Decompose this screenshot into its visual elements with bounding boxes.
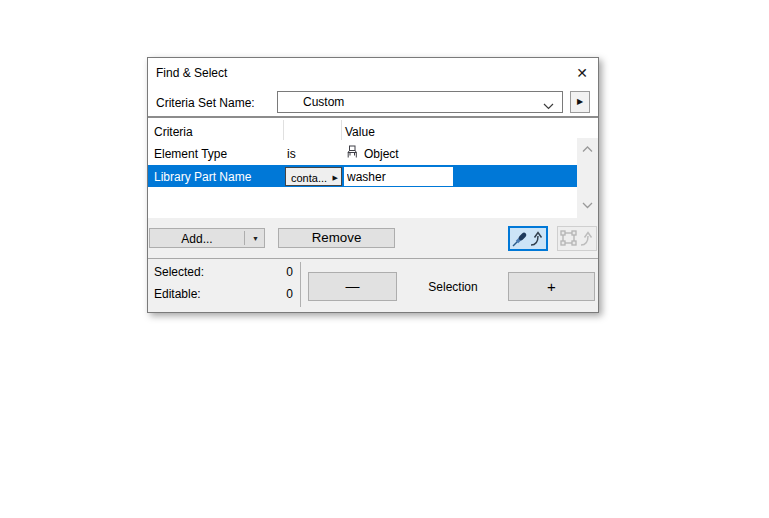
add-button-label[interactable]: Add... (150, 230, 244, 248)
operator-text: conta... (291, 172, 327, 184)
curved-arrow-icon (581, 233, 592, 246)
row2-criteria-cell[interactable]: Library Part Name (154, 170, 251, 184)
find-select-dialog: Find & Select ✕ Criteria Set Name: Custo… (147, 57, 599, 313)
row1-operator-cell[interactable]: is (287, 147, 296, 161)
eyedropper-icon (513, 235, 524, 246)
close-icon[interactable]: ✕ (572, 63, 592, 83)
add-dropdown-icon[interactable]: ▼ (246, 230, 265, 248)
selected-count: 0 (154, 265, 293, 279)
row1-value-cell[interactable]: Object (364, 147, 399, 161)
deselect-minus-button[interactable]: — (308, 272, 397, 301)
marquee-icon (561, 231, 576, 245)
column-divider (341, 120, 342, 140)
dialog-title: Find & Select (156, 66, 227, 80)
selection-label: Selection (398, 280, 508, 294)
footer-divider (300, 262, 301, 307)
column-divider (283, 120, 284, 140)
operator-more-icon: ▶ (333, 172, 338, 184)
criteria-set-value: Custom (303, 95, 344, 109)
table-scrollbar[interactable] (577, 138, 598, 218)
row1-criteria-cell[interactable]: Element Type (154, 147, 227, 161)
pick-up-settings-button[interactable] (508, 226, 548, 251)
value-text-input[interactable] (344, 167, 453, 186)
criteria-set-flyout-button[interactable]: ▶ (570, 91, 590, 113)
column-header-criteria[interactable]: Criteria (154, 125, 193, 139)
criteria-set-combobox[interactable]: Custom (277, 91, 563, 113)
criteria-set-name-label: Criteria Set Name: (156, 96, 255, 110)
flyout-right-icon: ▶ (577, 97, 583, 106)
add-split-button[interactable]: Add... ▼ (149, 228, 265, 248)
remove-button[interactable]: Remove (278, 228, 395, 248)
separator (148, 258, 598, 259)
select-plus-button[interactable]: + (508, 272, 595, 301)
apply-to-marquee-button (557, 226, 597, 251)
editable-count: 0 (154, 287, 293, 301)
split-divider (244, 231, 245, 245)
column-header-value[interactable]: Value (345, 125, 375, 139)
curved-arrow-icon (531, 233, 542, 246)
object-chair-icon (345, 145, 359, 162)
operator-dropdown-button[interactable]: conta... ▶ (285, 167, 342, 186)
scroll-down-icon[interactable] (577, 198, 598, 214)
scroll-up-icon[interactable] (577, 142, 598, 158)
chevron-down-icon (543, 99, 554, 113)
